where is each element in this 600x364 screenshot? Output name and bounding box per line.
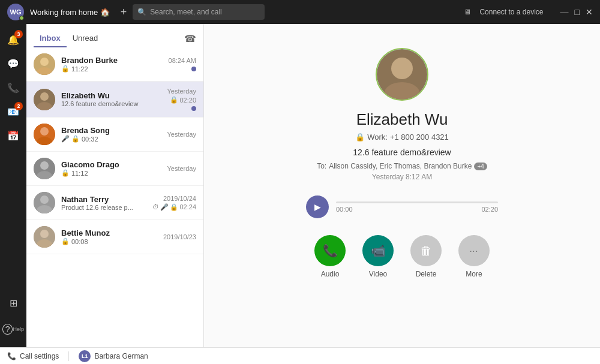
- delete-circle: 🗑: [410, 235, 442, 266]
- maximize-button[interactable]: □: [575, 7, 580, 17]
- message-time: 08:24 AM: [169, 57, 196, 64]
- delete-button[interactable]: 🗑 Delete: [410, 235, 442, 278]
- progress-bar[interactable]: [336, 201, 498, 203]
- close-button[interactable]: ✕: [586, 7, 593, 17]
- audio-track: 00:00 02:20: [336, 201, 498, 213]
- message-meta: Yesterday: [167, 165, 196, 172]
- sidebar-item-voicemail[interactable]: 📧 2: [2, 101, 24, 122]
- unread-indicator: [191, 106, 196, 111]
- message-preview: Product 12.6 release p...: [61, 204, 146, 211]
- mic-icon: 🎤: [61, 135, 70, 143]
- statusbar-divider: [68, 351, 69, 361]
- app-title: Working from home 🏠: [30, 8, 110, 17]
- message-content: Nathan Terry Product 12.6 release p...: [61, 195, 146, 211]
- message-content: Brandon Burke 🔒 11:22: [61, 56, 163, 73]
- list-item[interactable]: Giacomo Drago 🔒 11:12 Yesterday: [26, 152, 203, 186]
- avatar: [34, 226, 55, 248]
- messages-tabs: Inbox Unread: [34, 30, 104, 47]
- contact-name: Nathan Terry: [61, 195, 146, 204]
- detail-avatar: [376, 48, 428, 101]
- avatar: [34, 192, 55, 213]
- message-preview: 12.6 feature demo&review: [61, 100, 161, 107]
- list-item[interactable]: Nathan Terry Product 12.6 release p... 2…: [26, 186, 203, 220]
- messages-header: Inbox Unread ☎: [26, 24, 203, 47]
- main-area: 🔔 3 💬 📞 📧 2 📅 ⊞ ? Help: [0, 24, 600, 347]
- to-extra-badge: +4: [474, 163, 487, 170]
- tab-inbox[interactable]: Inbox: [34, 30, 67, 47]
- list-item[interactable]: Elizabeth Wu 12.6 feature demo&review Ye…: [26, 82, 203, 118]
- sidebar-item-apps[interactable]: ⊞: [2, 292, 24, 314]
- play-button[interactable]: ▶: [306, 195, 329, 218]
- svg-point-10: [40, 161, 49, 170]
- search-placeholder: Search, meet, and call: [150, 8, 221, 16]
- sidebar-nav: 🔔 3 💬 📞 📧 2 📅 ⊞ ? Help: [0, 24, 26, 347]
- search-bar[interactable]: 🔍 Search, meet, and call: [133, 4, 265, 20]
- message-meta: 2019/10/23: [163, 233, 196, 240]
- messages-panel: Inbox Unread ☎ Brandon Burke 🔒: [26, 24, 204, 347]
- audio-call-button[interactable]: 📞 Audio: [314, 235, 346, 278]
- avatar: [34, 89, 55, 110]
- sidebar-item-calendar[interactable]: 📅: [2, 125, 24, 146]
- play-icon: ▶: [314, 202, 321, 212]
- message-list: Brandon Burke 🔒 11:22 08:24 AM: [26, 47, 203, 347]
- help-label: Help: [13, 326, 24, 332]
- more-label: More: [466, 270, 482, 278]
- lock-icon: 🔒: [71, 135, 80, 143]
- tab-unread[interactable]: Unread: [67, 30, 104, 47]
- detail-avatar-container: [376, 48, 428, 101]
- svg-point-1: [40, 58, 49, 66]
- contact-name: Elizabeth Wu: [61, 91, 161, 100]
- sidebar-item-activity[interactable]: 🔔 3: [2, 29, 24, 50]
- user-badge: L1: [79, 350, 91, 362]
- delete-icon: 🗑: [420, 244, 432, 258]
- more-button[interactable]: ··· More: [458, 235, 490, 278]
- message-meta: Yesterday: [167, 131, 196, 138]
- clock-icon: ⏱: [152, 203, 159, 210]
- svg-point-4: [40, 92, 49, 101]
- detail-contact-name: Elizabeth Wu: [356, 110, 448, 129]
- call-settings[interactable]: 📞 Call settings: [7, 352, 59, 360]
- sidebar-item-calls[interactable]: 📞: [2, 77, 24, 98]
- phone-icon: 📞: [323, 243, 338, 258]
- titlebar-right: 🖥 Connect to a device — □ ✕: [300, 7, 593, 17]
- avatar: [34, 158, 55, 179]
- unread-indicator: [191, 67, 196, 71]
- sidebar-item-help[interactable]: ? Help: [2, 318, 24, 340]
- titlebar: WG Working from home 🏠 + 🔍 Search, meet,…: [0, 0, 600, 24]
- message-content: Brenda Song 🎤 🔒 00:32: [61, 126, 161, 143]
- status-dot: [19, 16, 24, 20]
- detail-panel: Elizabeth Wu 🔒 Work: +1 800 200 4321 12.…: [204, 24, 600, 347]
- user-name: Barbara German: [94, 352, 148, 360]
- apps-icon: ⊞: [10, 297, 17, 309]
- list-item[interactable]: Brenda Song 🎤 🔒 00:32 Yesterday: [26, 118, 203, 152]
- message-preview: 🔒 11:22: [61, 65, 163, 73]
- phone-label: Work:: [367, 133, 388, 142]
- filter-icon[interactable]: ☎: [184, 33, 196, 44]
- contact-name: Bettie Munoz: [61, 228, 157, 237]
- sidebar-item-chat[interactable]: 💬: [2, 53, 24, 74]
- list-item[interactable]: Brandon Burke 🔒 11:22 08:24 AM: [26, 47, 203, 82]
- video-call-label: Video: [369, 270, 387, 278]
- lock-icon: 🔒: [170, 203, 178, 211]
- message-time: 2019/10/24: [163, 195, 196, 202]
- action-buttons: 📞 Audio 📹 Video 🗑 Delete ··· M: [314, 235, 490, 278]
- video-call-button[interactable]: 📹 Video: [362, 235, 394, 278]
- delete-label: Delete: [416, 270, 437, 278]
- search-icon: 🔍: [137, 8, 146, 16]
- add-button[interactable]: +: [121, 6, 127, 19]
- avatar-initials: WG: [10, 8, 22, 16]
- connect-device-label[interactable]: Connect to a device: [479, 8, 543, 16]
- audio-call-label: Audio: [321, 270, 340, 278]
- to-label: To:: [317, 162, 326, 170]
- message-time: Yesterday: [167, 165, 196, 172]
- titlebar-left: WG Working from home 🏠 + 🔍 Search, meet,…: [7, 4, 300, 20]
- list-item[interactable]: Bettie Munoz 🔒 00:08 2019/10/23: [26, 220, 203, 254]
- video-icon: 📹: [371, 243, 386, 258]
- detail-subject: 12.6 feature demo&review: [353, 148, 451, 157]
- svg-point-16: [40, 230, 49, 238]
- statusbar: 📞 Call settings L1 Barbara German: [0, 347, 600, 364]
- message-content: Elizabeth Wu 12.6 feature demo&review: [61, 91, 161, 107]
- message-time: Yesterday: [167, 131, 196, 138]
- message-time: Yesterday: [167, 88, 196, 95]
- minimize-button[interactable]: —: [560, 7, 569, 17]
